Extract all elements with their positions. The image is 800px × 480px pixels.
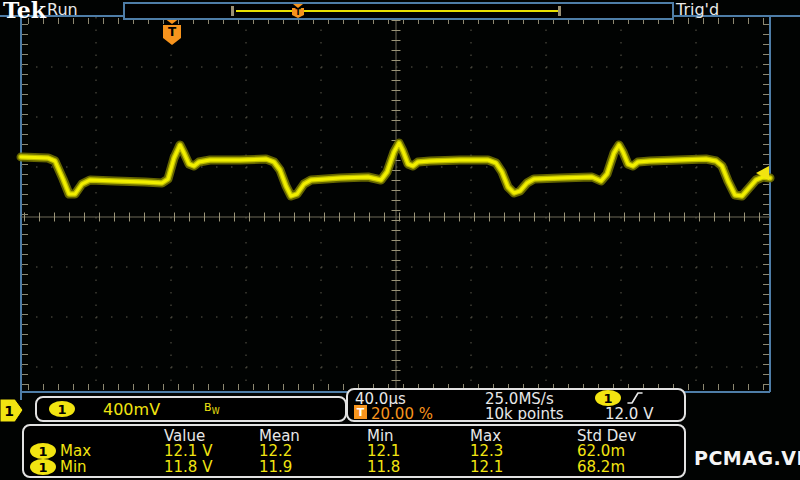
window-bracket-left bbox=[231, 6, 234, 16]
row-min-stddev: 68.2m bbox=[577, 458, 625, 476]
row-min-badge: 1 bbox=[30, 459, 56, 475]
rising-edge-slope-icon bbox=[626, 390, 644, 406]
trigger-source-badge[interactable]: 1 bbox=[595, 390, 621, 406]
trigger-level-value: 12.0 V bbox=[605, 405, 653, 423]
row-min-max: 12.1 bbox=[470, 458, 503, 476]
acquisition-preview-bar[interactable]: T bbox=[123, 2, 674, 20]
row-min-min: 11.8 bbox=[367, 458, 400, 476]
channel1-badge[interactable]: 1 bbox=[49, 401, 75, 417]
bar-trigger-marker-label: T bbox=[295, 8, 301, 17]
trigger-position-flag[interactable]: T bbox=[160, 17, 184, 47]
row-max-badge: 1 bbox=[30, 443, 56, 459]
trigger-status: Trig'd bbox=[676, 0, 719, 19]
horizontal-trigger-box[interactable]: 40.0µs 25.0MS/s 1 T 20.00 % 10k points 1… bbox=[346, 388, 686, 422]
row-min-mean: 11.9 bbox=[259, 458, 292, 476]
record-length: 10k points bbox=[485, 405, 564, 423]
row-min-name: Min bbox=[60, 458, 87, 476]
edge-ticks bbox=[25, 21, 770, 391]
measurement-table[interactable]: Value Mean Min Max Std Dev 1 Max 12.1 V … bbox=[22, 424, 686, 478]
record-length-line bbox=[236, 10, 560, 12]
trigger-flag-label: T bbox=[168, 25, 177, 39]
channel1-readout-box[interactable]: 1 400mV BW bbox=[35, 396, 347, 422]
window-bracket-right bbox=[558, 6, 561, 16]
pcmag-watermark: PCMAG.VN bbox=[694, 447, 800, 469]
acquisition-status: Run bbox=[47, 0, 78, 19]
bar-trigger-marker[interactable]: T bbox=[290, 3, 306, 18]
tek-logo: Tek bbox=[3, 0, 46, 23]
channel1-scale: 400mV bbox=[103, 400, 160, 419]
trigger-position-percent: 20.00 % bbox=[371, 405, 433, 423]
channel1-flag-label: 1 bbox=[4, 403, 14, 419]
channel1-position-flag[interactable]: 1 bbox=[0, 398, 30, 424]
row-min-value: 11.8 V bbox=[164, 458, 212, 476]
center-crosshair bbox=[21, 17, 770, 391]
bandwidth-limit-indicator: BW bbox=[204, 401, 219, 416]
oscilloscope-screen: T 1 Tek Run T Trig'd 1 400mV BW 40.0µs 2… bbox=[0, 0, 800, 480]
trigger-position-icon: T bbox=[354, 405, 367, 419]
